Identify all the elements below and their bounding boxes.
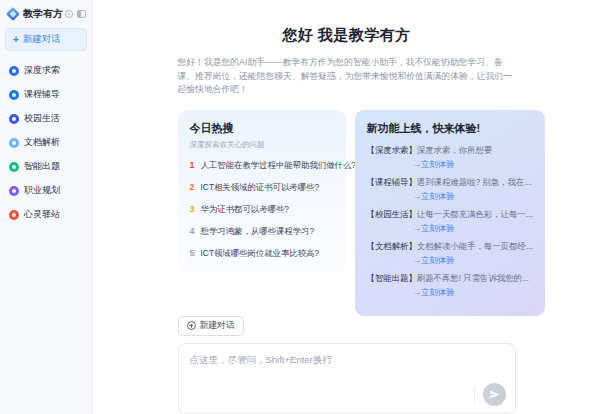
try-now-link[interactable]: →立刻体验	[413, 255, 533, 266]
plus-circle-icon	[187, 321, 196, 330]
sidebar-item-label: 课程辅导	[24, 88, 60, 101]
career-planning-icon	[9, 186, 19, 196]
composer: 新建对话	[178, 316, 516, 414]
message-input[interactable]	[179, 344, 515, 413]
hot-search-item[interactable]: 1 人工智能在教学过程中能帮助我们做什么?	[190, 160, 334, 171]
sidebar-header: 教学有方	[5, 5, 87, 28]
send-button[interactable]	[483, 383, 506, 406]
sidebar-item-label: 心灵驿站	[24, 208, 60, 221]
feature-desc: 刷题不再愁! 只需告诉我您的...	[417, 273, 529, 283]
try-now-link[interactable]: →立刻体验	[413, 159, 533, 170]
page-title: 您好 我是教学有方	[178, 26, 516, 45]
sidebar-item-course-tutoring[interactable]: 课程辅导	[5, 84, 87, 105]
feature-item: 【深度求索】深度求索，你所想要 →立刻体验	[367, 145, 533, 170]
new-chat-button[interactable]: 新建对话	[178, 316, 244, 336]
hot-search-subtitle: 深度探索你关心的问题	[190, 140, 334, 150]
sidebar-new-chat-button[interactable]: + 新建对话	[5, 28, 87, 51]
rank-number: 3	[190, 204, 196, 214]
try-now-link[interactable]: →立刻体验	[413, 223, 533, 234]
app-window: 教学有方 + 新建对话 深度求索 课程辅导 校园生活	[0, 0, 600, 414]
sidebar-item-label: 深度求索	[24, 64, 60, 77]
sidebar-item-label: 智能出题	[24, 160, 60, 173]
hot-search-text: 华为证书都可以考哪些?	[201, 204, 289, 215]
feature-tag: 【深度求索】	[367, 145, 417, 155]
feature-tag: 【校园生活】	[367, 209, 417, 219]
hot-search-card: 今日热搜 深度探索你关心的问题 1 人工智能在教学过程中能帮助我们做什么? 2 …	[178, 110, 346, 272]
feature-item: 【课程辅导】遇到课程难题啦? 别急，我在... →立刻体验	[367, 177, 533, 202]
feature-item: 【智能出题】刷题不再愁! 只需告诉我您的... →立刻体验	[367, 273, 533, 298]
mind-station-icon	[9, 210, 19, 220]
try-now-link[interactable]: →立刻体验	[413, 287, 533, 298]
feature-tag: 【课程辅导】	[367, 177, 417, 187]
course-tutoring-icon	[9, 90, 19, 100]
info-cards: 今日热搜 深度探索你关心的问题 1 人工智能在教学过程中能帮助我们做什么? 2 …	[178, 110, 516, 316]
doc-analysis-icon	[9, 138, 19, 148]
sidebar-new-chat-label: 新建对话	[23, 33, 61, 46]
deep-search-icon	[9, 66, 19, 76]
sidebar-item-career-planning[interactable]: 职业规划	[5, 180, 87, 201]
hot-search-text: ICT领域哪些岗位就业率比较高?	[201, 248, 320, 259]
new-features-card: 新功能上线，快来体验! 【深度求索】深度求索，你所想要 →立刻体验 【课程辅导】…	[355, 110, 545, 316]
sidebar-item-label: 职业规划	[24, 184, 60, 197]
feature-item: 【校园生活】让每一天都充满色彩，让每一... →立刻体验	[367, 209, 533, 234]
rank-number: 2	[190, 182, 196, 192]
app-logo-icon	[6, 7, 20, 21]
sidebar: 教学有方 + 新建对话 深度求索 课程辅导 校园生活	[0, 0, 93, 414]
quiz-generator-icon	[9, 162, 19, 172]
divider	[474, 386, 475, 402]
rank-number: 5	[190, 248, 196, 258]
sidebar-item-quiz-generator[interactable]: 智能出题	[5, 156, 87, 177]
feature-item: 【文档解析】文档解读小能手，每一页都经... →立刻体验	[367, 241, 533, 266]
hot-search-title: 今日热搜	[190, 121, 334, 136]
hot-search-item[interactable]: 5 ICT领域哪些岗位就业率比较高?	[190, 248, 334, 259]
send-area	[474, 383, 506, 406]
main-area: 您好 我是教学有方 您好！我是您的AI助手——教学有方作为您的智能小助手，我不仅…	[93, 0, 600, 414]
hot-search-item[interactable]: 4 想学习鸿蒙，从哪些课程学习?	[190, 226, 334, 237]
sidebar-item-label: 文档解析	[24, 136, 60, 149]
feature-desc: 深度求索，你所想要	[417, 145, 492, 155]
hot-search-item[interactable]: 2 ICT相关领域的证书可以考哪些?	[190, 182, 334, 193]
rank-number: 1	[190, 160, 196, 170]
sidebar-item-mind-station[interactable]: 心灵驿站	[5, 204, 87, 225]
hot-search-text: 人工智能在教学过程中能帮助我们做什么?	[201, 160, 356, 171]
welcome-content: 您好 我是教学有方 您好！我是您的AI助手——教学有方作为您的智能小助手，我不仅…	[178, 26, 516, 316]
feature-list: 【深度求索】深度求索，你所想要 →立刻体验 【课程辅导】遇到课程难题啦? 别急，…	[367, 145, 533, 298]
intro-text: 您好！我是您的AI助手——教学有方作为您的智能小助手，我不仅能协助您学习、备课、…	[178, 56, 516, 97]
feature-desc: 让每一天都充满色彩，让每一...	[417, 209, 533, 219]
feature-tag: 【智能出题】	[367, 273, 417, 283]
hot-search-text: ICT相关领域的证书可以考哪些?	[201, 182, 320, 193]
try-now-link[interactable]: →立刻体验	[413, 191, 533, 202]
new-chat-button-label: 新建对话	[200, 320, 235, 332]
sidebar-item-campus-life[interactable]: 校园生活	[5, 108, 87, 129]
new-features-title: 新功能上线，快来体验!	[367, 121, 533, 136]
app-title: 教学有方	[23, 7, 63, 21]
sidebar-menu: 深度求索 课程辅导 校园生活 文档解析 智能出题 职业规划	[5, 60, 87, 225]
feature-tag: 【文档解析】	[367, 241, 417, 251]
hot-search-list: 1 人工智能在教学过程中能帮助我们做什么? 2 ICT相关领域的证书可以考哪些?…	[190, 160, 334, 259]
plus-icon: +	[13, 36, 19, 44]
sidebar-item-doc-analysis[interactable]: 文档解析	[5, 132, 87, 153]
feature-desc: 文档解读小能手，每一页都经...	[417, 241, 533, 251]
hot-search-item[interactable]: 3 华为证书都可以考哪些?	[190, 204, 334, 215]
message-input-container[interactable]	[178, 343, 516, 414]
campus-life-icon	[9, 114, 19, 124]
sidebar-item-label: 校园生活	[24, 112, 60, 125]
sidebar-item-deep-search[interactable]: 深度求索	[5, 60, 87, 81]
feature-desc: 遇到课程难题啦? 别急，我在...	[417, 177, 531, 187]
hot-search-text: 想学习鸿蒙，从哪些课程学习?	[201, 226, 315, 237]
collapse-sidebar-icon[interactable]	[77, 10, 86, 18]
history-icon[interactable]	[65, 10, 73, 18]
rank-number: 4	[190, 226, 196, 236]
send-icon	[489, 389, 500, 400]
